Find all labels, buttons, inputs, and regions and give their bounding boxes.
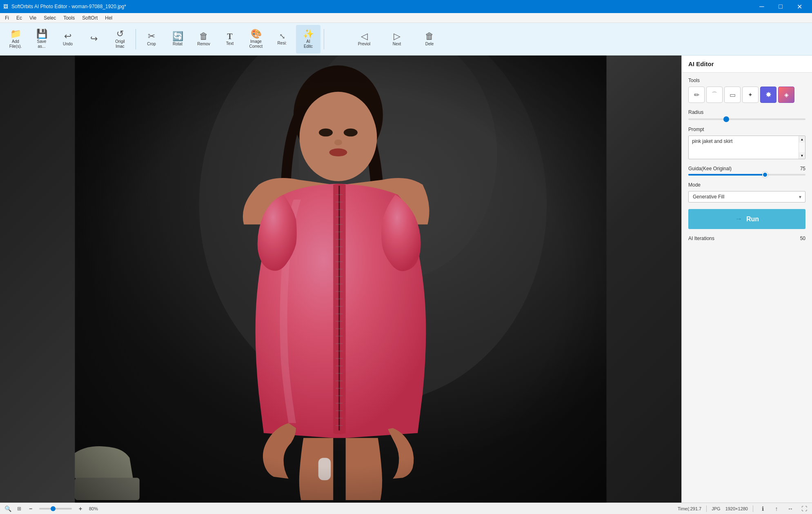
right-panel: AI Editor Tools ✏ ⌒ ▭ ✦ ✸ ◈ Radius xyxy=(681,56,812,503)
radius-slider-track[interactable] xyxy=(688,118,805,120)
menu-softort[interactable]: SoftOrt xyxy=(79,14,101,22)
statusbar: 🔍 ⊞ − + 80% Time(:291.7 JPG 1920×1280 ℹ … xyxy=(0,503,812,514)
fullscreen-icon-button[interactable]: ⛶ xyxy=(800,504,809,513)
rotate-icon: 🔄 xyxy=(172,32,183,41)
magic-wand-button[interactable]: ✦ xyxy=(742,87,759,103)
remove-label: Remov xyxy=(197,42,210,47)
scroll-track xyxy=(799,142,805,152)
titlebar: 🖼 SoftOrbits AI Photo Editor - woman-970… xyxy=(0,0,812,13)
coordinates-text: Time(:291.7 xyxy=(678,506,701,511)
menu-tools[interactable]: Tools xyxy=(60,14,78,22)
panel-content: Tools ✏ ⌒ ▭ ✦ ✸ ◈ Radius xyxy=(682,73,812,503)
undo-label: Undo xyxy=(63,42,73,47)
brush-tool-button[interactable]: ✏ xyxy=(688,87,705,103)
status-separator-1 xyxy=(706,505,707,512)
mode-label: Mode xyxy=(688,182,805,188)
menu-hel[interactable]: Hel xyxy=(102,14,116,22)
guidance-fill xyxy=(688,174,765,176)
prompt-textarea-wrapper: pink jaket and skirt ▲ ▼ xyxy=(688,136,805,159)
zoom-slider-thumb[interactable] xyxy=(51,506,56,511)
ai-editor-button[interactable]: ✨ AIEditc xyxy=(296,25,320,53)
sparkle-tool-button[interactable]: ✸ xyxy=(760,87,776,103)
image-correction-icon: 🎨 xyxy=(251,29,262,38)
guidance-slider-thumb[interactable] xyxy=(762,172,768,178)
image-correction-button[interactable]: 🎨 ImageCorrect xyxy=(244,25,268,53)
previous-button[interactable]: ◁ Previol xyxy=(352,25,376,53)
minimize-button[interactable]: ─ xyxy=(752,0,771,13)
svg-rect-47 xyxy=(75,56,607,503)
radius-slider-thumb[interactable] xyxy=(723,116,729,122)
prompt-textarea[interactable]: pink jaket and skirt xyxy=(689,136,799,159)
text-label: Text xyxy=(226,41,234,46)
prompt-scrollbar: ▲ ▼ xyxy=(799,136,805,159)
radius-slider-row xyxy=(688,118,805,120)
original-image-button[interactable]: ↺ OrigilImac xyxy=(108,25,132,53)
redo-icon: ↪ xyxy=(90,34,98,43)
compare-icon-button[interactable]: ↔ xyxy=(786,504,795,513)
mode-section: Mode Generative Fill Inpainting Outpaint… xyxy=(688,182,805,202)
guidance-slider-track[interactable] xyxy=(688,174,805,176)
statusbar-left: 🔍 ⊞ − + 80% xyxy=(3,504,674,513)
next-icon: ▷ xyxy=(394,32,400,41)
canvas-area[interactable] xyxy=(0,56,681,503)
gradient-tool-button[interactable]: ◈ xyxy=(778,87,794,103)
ai-editor-title: AI Editor xyxy=(688,60,805,67)
redo-button[interactable]: ↪ xyxy=(82,25,106,53)
undo-button[interactable]: ↩ Undo xyxy=(56,25,80,53)
save-label: Saveas... xyxy=(37,39,47,49)
iterations-value: 50 xyxy=(800,236,805,241)
photo-background xyxy=(0,56,681,503)
menu-vie[interactable]: Vie xyxy=(26,14,40,22)
ai-editor-label: AIEditc xyxy=(304,39,313,49)
image-correction-label: ImageCorrect xyxy=(249,39,263,49)
delete-icon: 🗑 xyxy=(425,32,434,41)
photo-canvas xyxy=(0,56,681,503)
scroll-up-button[interactable]: ▲ xyxy=(799,136,805,142)
crop-button[interactable]: ✂ Crop xyxy=(139,25,164,53)
resize-button[interactable]: ⤡ Resi: xyxy=(270,25,294,53)
tools-section: Tools ✏ ⌒ ▭ ✦ ✸ ◈ xyxy=(688,78,805,103)
file-format: JPG xyxy=(712,506,720,511)
run-label: Run xyxy=(746,216,759,223)
tools-label: Tools xyxy=(688,78,805,83)
mode-select-wrapper: Generative Fill Inpainting Outpainting ▼ xyxy=(688,191,805,202)
remove-icon: 🗑 xyxy=(199,32,208,41)
prompt-label: Prompt xyxy=(688,127,805,132)
add-files-button[interactable]: 📁 AddFile(s). xyxy=(3,25,28,53)
previous-label: Previol xyxy=(358,42,371,47)
window-title: SoftOrbits AI Photo Editor - woman-97088… xyxy=(11,4,126,9)
crop-label: Crop xyxy=(147,42,156,47)
menu-selec[interactable]: Selec xyxy=(40,14,59,22)
info-icon-button[interactable]: ℹ xyxy=(758,504,767,513)
rect-tool-button[interactable]: ▭ xyxy=(724,87,741,103)
zoom-out-button[interactable]: − xyxy=(26,504,35,513)
scroll-down-button[interactable]: ▼ xyxy=(799,152,805,159)
fit-page-button[interactable]: ⊞ xyxy=(15,504,24,513)
menu-ec[interactable]: Ec xyxy=(13,14,25,22)
lasso-tool-button[interactable]: ⌒ xyxy=(706,87,723,103)
menu-fi[interactable]: Fi xyxy=(2,14,12,22)
zoom-slider-track[interactable] xyxy=(39,508,72,510)
run-button[interactable]: → Run xyxy=(688,209,805,229)
ai-editor-icon: ✨ xyxy=(303,29,314,38)
ai-editor-header: AI Editor xyxy=(682,56,812,73)
text-button[interactable]: T Text xyxy=(218,25,242,53)
maximize-button[interactable]: □ xyxy=(771,0,790,13)
text-icon: T xyxy=(227,32,232,40)
rotate-label: Rotat xyxy=(173,42,182,47)
statusbar-right: Time(:291.7 JPG 1920×1280 ℹ ↑ ↔ ⛶ xyxy=(678,504,809,513)
mode-select[interactable]: Generative Fill Inpainting Outpainting xyxy=(688,191,805,202)
share-icon-button[interactable]: ↑ xyxy=(772,504,781,513)
zoom-in-icon-button[interactable]: 🔍 xyxy=(3,504,12,513)
next-button[interactable]: ▷ Next xyxy=(385,25,409,53)
close-button[interactable]: ✕ xyxy=(790,0,809,13)
toolbar-sep-2 xyxy=(324,29,324,49)
save-as-button[interactable]: 💾 Saveas... xyxy=(29,25,54,53)
ai-tools-row: ✏ ⌒ ▭ ✦ ✸ ◈ xyxy=(688,87,805,103)
zoom-in-button[interactable]: + xyxy=(76,504,85,513)
delete-label: Dele xyxy=(425,42,434,47)
remove-button[interactable]: 🗑 Remov xyxy=(191,25,216,53)
rotate-button[interactable]: 🔄 Rotat xyxy=(165,25,190,53)
delete-button[interactable]: 🗑 Dele xyxy=(417,25,442,53)
save-icon: 💾 xyxy=(36,29,47,38)
